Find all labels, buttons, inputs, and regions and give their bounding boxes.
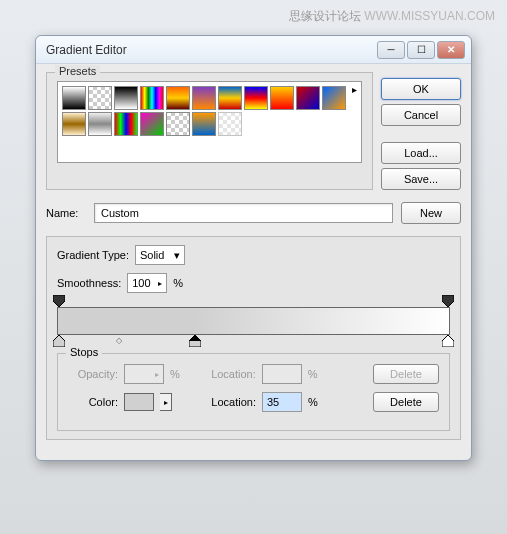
preset-swatch[interactable] [114,86,138,110]
preset-swatch[interactable] [244,86,268,110]
preset-swatch[interactable] [192,112,216,136]
titlebar: Gradient Editor ─ ☐ ✕ [36,36,471,64]
color-location-input[interactable]: 35 [262,392,302,412]
color-stop-selected[interactable] [189,335,201,347]
preset-swatch[interactable] [62,86,86,110]
svg-marker-5 [442,335,454,347]
new-button[interactable]: New [401,202,461,224]
preset-swatch[interactable] [140,112,164,136]
percent-label: % [173,277,183,289]
save-button[interactable]: Save... [381,168,461,190]
preset-swatch[interactable] [218,86,242,110]
gradient-editor-dialog: Gradient Editor ─ ☐ ✕ Presets ▸ [35,35,472,461]
midpoint-marker[interactable]: ◇ [116,336,122,345]
opacity-stop[interactable] [442,295,454,307]
preset-swatch[interactable] [88,86,112,110]
smoothness-input[interactable]: 100▸ [127,273,167,293]
preset-swatch[interactable] [62,112,86,136]
preset-swatch[interactable] [166,112,190,136]
preset-swatch[interactable] [322,86,346,110]
close-button[interactable]: ✕ [437,41,465,59]
stops-label: Stops [66,346,102,358]
preset-swatch[interactable] [88,112,112,136]
color-label: Color: [68,396,118,408]
preset-swatch[interactable] [218,112,242,136]
preset-swatch[interactable] [114,112,138,136]
color-menu-icon[interactable]: ▸ [160,393,172,411]
watermark: 思缘设计论坛 WWW.MISSYUAN.COM [289,8,495,25]
presets-label: Presets [55,65,100,77]
opacity-label: Opacity: [68,368,118,380]
opacity-stop[interactable] [53,295,65,307]
color-well[interactable] [124,393,154,411]
presets-fieldset: Presets ▸ [46,72,373,190]
presets-menu-icon[interactable]: ▸ [346,81,362,97]
ok-button[interactable]: OK [381,78,461,100]
svg-marker-0 [53,295,65,307]
name-input[interactable] [94,203,393,223]
dialog-title: Gradient Editor [46,43,377,57]
smoothness-label: Smoothness: [57,277,121,289]
svg-marker-2 [53,335,65,347]
delete-opacity-stop-button: Delete [373,364,439,384]
gradient-type-select[interactable]: Solid▾ [135,245,185,265]
load-button[interactable]: Load... [381,142,461,164]
maximize-button[interactable]: ☐ [407,41,435,59]
gradient-preview[interactable]: ◇ [57,307,450,335]
opacity-location-label: Location: [196,368,256,380]
preset-swatch[interactable] [192,86,216,110]
svg-marker-1 [442,295,454,307]
gradient-type-label: Gradient Type: [57,249,129,261]
color-stop[interactable] [442,335,454,347]
cancel-button[interactable]: Cancel [381,104,461,126]
opacity-input: ▸ [124,364,164,384]
preset-swatch[interactable] [140,86,164,110]
preset-swatch[interactable] [270,86,294,110]
color-stop[interactable] [53,335,65,347]
preset-swatch[interactable] [296,86,320,110]
presets-list[interactable]: ▸ [57,81,362,163]
delete-color-stop-button[interactable]: Delete [373,392,439,412]
svg-marker-4 [189,335,201,341]
preset-swatch[interactable] [166,86,190,110]
opacity-location-input [262,364,302,384]
name-label: Name: [46,207,86,219]
color-location-label: Location: [196,396,256,408]
minimize-button[interactable]: ─ [377,41,405,59]
